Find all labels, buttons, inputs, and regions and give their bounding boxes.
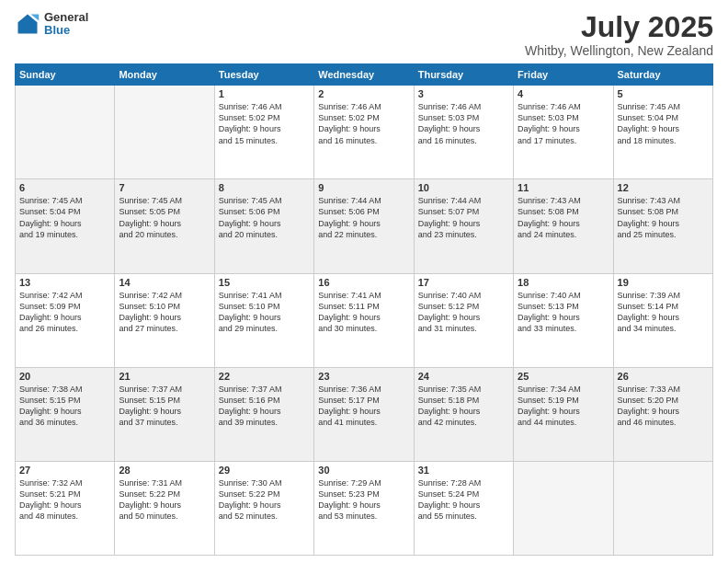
cell-line: Daylight: 9 hours <box>418 312 509 323</box>
cell-line: Daylight: 9 hours <box>19 500 110 511</box>
header-sunday: Sunday <box>16 64 115 86</box>
header: General Blue July 2025 Whitby, Wellingto… <box>15 11 713 58</box>
cell-line: Sunrise: 7:44 AM <box>318 195 409 206</box>
cell-line: and 55 minutes. <box>418 511 509 522</box>
cell-line: Sunrise: 7:45 AM <box>219 195 310 206</box>
cell-line: Daylight: 9 hours <box>618 218 709 229</box>
cell-line: Sunset: 5:16 PM <box>219 395 310 406</box>
cell-line: Daylight: 9 hours <box>318 123 409 134</box>
cell-line: Sunset: 5:23 PM <box>318 488 409 500</box>
cell-line: and 27 minutes. <box>119 323 210 334</box>
cell-line: Sunrise: 7:43 AM <box>618 195 709 206</box>
cell-line: and 31 minutes. <box>418 323 509 334</box>
table-row: 28Sunrise: 7:31 AMSunset: 5:22 PMDayligh… <box>115 461 214 555</box>
cell-line: Daylight: 9 hours <box>418 406 509 417</box>
table-row: 7Sunrise: 7:45 AMSunset: 5:05 PMDaylight… <box>115 179 214 273</box>
cell-line: and 16 minutes. <box>418 135 509 146</box>
day-number: 1 <box>219 88 310 99</box>
cell-line: Sunset: 5:12 PM <box>418 301 509 312</box>
cell-line: and 52 minutes. <box>219 511 310 522</box>
cell-line: Daylight: 9 hours <box>219 123 310 134</box>
cell-line: Sunrise: 7:40 AM <box>518 290 609 301</box>
day-number: 15 <box>219 277 310 288</box>
cell-line: Sunrise: 7:46 AM <box>219 101 310 112</box>
table-row: 3Sunrise: 7:46 AMSunset: 5:03 PMDaylight… <box>414 86 513 179</box>
cell-line: Sunset: 5:17 PM <box>318 395 409 406</box>
cell-line: Sunrise: 7:44 AM <box>418 195 509 206</box>
day-number: 25 <box>518 371 609 382</box>
day-number: 12 <box>618 182 709 193</box>
day-number: 19 <box>618 277 709 288</box>
cell-line: Daylight: 9 hours <box>119 500 210 511</box>
header-saturday: Saturday <box>613 64 712 86</box>
cell-line: Sunset: 5:10 PM <box>119 301 210 312</box>
day-number: 22 <box>219 371 310 382</box>
cell-line: Daylight: 9 hours <box>518 123 609 134</box>
day-number: 3 <box>418 88 509 99</box>
cell-line: Sunset: 5:24 PM <box>418 488 509 500</box>
table-row: 2Sunrise: 7:46 AMSunset: 5:02 PMDaylight… <box>314 86 414 179</box>
table-row: 5Sunrise: 7:45 AMSunset: 5:04 PMDaylight… <box>613 86 712 179</box>
cell-line: Daylight: 9 hours <box>119 406 210 417</box>
table-row: 15Sunrise: 7:41 AMSunset: 5:10 PMDayligh… <box>214 273 313 367</box>
cell-line: Daylight: 9 hours <box>518 312 609 323</box>
svg-marker-0 <box>18 15 38 34</box>
day-number: 24 <box>418 371 509 382</box>
cell-line: Sunset: 5:21 PM <box>19 488 110 500</box>
cell-line: Sunrise: 7:33 AM <box>618 384 709 395</box>
day-number: 9 <box>318 182 409 193</box>
cell-line: Daylight: 9 hours <box>618 312 709 323</box>
cell-line: Sunrise: 7:39 AM <box>618 290 709 301</box>
cell-line: Daylight: 9 hours <box>119 312 210 323</box>
cell-line: Sunset: 5:09 PM <box>19 301 110 312</box>
cell-line: Daylight: 9 hours <box>219 406 310 417</box>
table-row: 6Sunrise: 7:45 AMSunset: 5:04 PMDaylight… <box>16 179 115 273</box>
cell-line: and 20 minutes. <box>119 229 210 240</box>
cell-line: Sunrise: 7:28 AM <box>418 477 509 488</box>
cell-line: and 37 minutes. <box>119 417 210 428</box>
cell-line: and 34 minutes. <box>618 323 709 334</box>
calendar-week-row: 20Sunrise: 7:38 AMSunset: 5:15 PMDayligh… <box>16 367 713 461</box>
day-number: 4 <box>518 88 609 99</box>
table-row: 4Sunrise: 7:46 AMSunset: 5:03 PMDaylight… <box>514 86 613 179</box>
cell-line: Daylight: 9 hours <box>219 500 310 511</box>
cell-line: Sunset: 5:05 PM <box>119 206 210 217</box>
table-row: 11Sunrise: 7:43 AMSunset: 5:08 PMDayligh… <box>514 179 613 273</box>
cell-line: and 15 minutes. <box>219 135 310 146</box>
cell-line: and 18 minutes. <box>618 135 709 146</box>
cell-line: Daylight: 9 hours <box>418 123 509 134</box>
table-row: 18Sunrise: 7:40 AMSunset: 5:13 PMDayligh… <box>514 273 613 367</box>
day-number: 11 <box>518 182 609 193</box>
table-row: 21Sunrise: 7:37 AMSunset: 5:15 PMDayligh… <box>115 367 214 461</box>
cell-line: Sunrise: 7:41 AM <box>318 290 409 301</box>
header-thursday: Thursday <box>414 64 513 86</box>
logo-text: General Blue <box>44 11 88 38</box>
cell-line: Sunset: 5:04 PM <box>618 112 709 123</box>
cell-line: Daylight: 9 hours <box>518 406 609 417</box>
table-row: 27Sunrise: 7:32 AMSunset: 5:21 PMDayligh… <box>16 461 115 555</box>
cell-line: and 26 minutes. <box>19 323 110 334</box>
cell-line: Sunset: 5:04 PM <box>19 206 110 217</box>
table-row: 22Sunrise: 7:37 AMSunset: 5:16 PMDayligh… <box>214 367 313 461</box>
day-number: 16 <box>318 277 409 288</box>
cell-line: Daylight: 9 hours <box>19 218 110 229</box>
header-tuesday: Tuesday <box>214 64 313 86</box>
cell-line: and 24 minutes. <box>518 229 609 240</box>
cell-line: and 20 minutes. <box>219 229 310 240</box>
subtitle: Whitby, Wellington, New Zealand <box>525 43 713 58</box>
calendar-table: Sunday Monday Tuesday Wednesday Thursday… <box>15 63 713 556</box>
cell-line: and 50 minutes. <box>119 511 210 522</box>
cell-line: Sunrise: 7:43 AM <box>518 195 609 206</box>
cell-line: Sunrise: 7:46 AM <box>518 101 609 112</box>
cell-line: Sunrise: 7:40 AM <box>418 290 509 301</box>
header-monday: Monday <box>115 64 214 86</box>
cell-line: Sunrise: 7:36 AM <box>318 384 409 395</box>
cell-line: and 44 minutes. <box>518 417 609 428</box>
cell-line: and 30 minutes. <box>318 323 409 334</box>
cell-line: Daylight: 9 hours <box>119 218 210 229</box>
cell-line: Sunrise: 7:42 AM <box>119 290 210 301</box>
cell-line: and 39 minutes. <box>219 417 310 428</box>
cell-line: and 41 minutes. <box>318 417 409 428</box>
cell-line: Sunrise: 7:45 AM <box>618 101 709 112</box>
table-row: 23Sunrise: 7:36 AMSunset: 5:17 PMDayligh… <box>314 367 414 461</box>
